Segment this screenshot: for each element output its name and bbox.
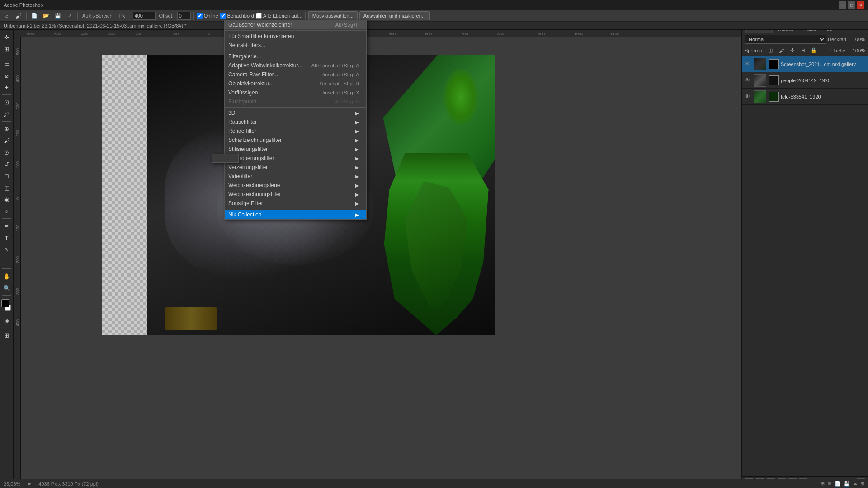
lasso-tool[interactable]: ⌀: [1, 70, 12, 81]
filter-verzerrung-item[interactable]: Verzerrungsfilter ▶: [225, 163, 366, 172]
lock-all-btn[interactable]: 🔒: [810, 47, 818, 55]
filter-gallery-item[interactable]: Filtergalerie...: [225, 52, 366, 61]
close-button[interactable]: ✕: [857, 1, 864, 9]
filter-nikcollection-item[interactable]: Nik Collection ▶: [225, 210, 366, 219]
motiv-button[interactable]: Motiv auswählen...: [308, 11, 358, 20]
filter-gausscher-item[interactable]: Gaußscher Weichzeichner Alt+Strg+F: [225, 20, 366, 29]
layer-item[interactable]: 👁 people-2604149_1920: [742, 72, 868, 89]
status-grid-icon[interactable]: ⊞: [860, 481, 864, 487]
brush-tool[interactable]: 🖌: [1, 135, 12, 146]
filter-verzerrung-arrow: ▶: [355, 165, 359, 170]
filter-3d-item[interactable]: 3D ▶: [225, 108, 366, 117]
minimize-button[interactable]: ─: [839, 1, 846, 9]
export-button[interactable]: ↗: [65, 11, 75, 21]
status-doc-icon[interactable]: 📄: [835, 481, 841, 487]
magic-wand-tool[interactable]: ✦: [1, 82, 12, 93]
healing-tool[interactable]: ⊕: [1, 123, 12, 134]
status-info-icon[interactable]: ⊞: [821, 481, 825, 487]
marquee-tool[interactable]: ▭: [1, 58, 12, 69]
blur-tool[interactable]: ◉: [1, 194, 12, 205]
alle-ebenen-checkbox[interactable]: [256, 13, 262, 19]
svg-text:900: 900: [538, 32, 545, 36]
filter-3d-label: 3D: [228, 110, 235, 116]
svg-text:800: 800: [497, 32, 504, 36]
canvas-container[interactable]: [21, 37, 741, 479]
filter-verfluessigen-item[interactable]: Verflüssigen... Umschalt+Strg+X: [225, 88, 366, 97]
layer-visibility-2[interactable]: 👁: [745, 77, 752, 84]
layer-thumbnail-2: [754, 74, 766, 87]
lock-transparent-btn[interactable]: ◫: [766, 47, 774, 55]
svg-text:100: 100: [15, 225, 20, 231]
status-cloud-icon[interactable]: ☁: [853, 481, 858, 487]
filter-weichzeichnungsfilter-item[interactable]: Weichzeichnungsfilter ▶: [225, 190, 366, 199]
hand-tool[interactable]: ✋: [1, 271, 12, 282]
filter-weichzeichnergalerie-item[interactable]: Weichzeichnergalerie ▶: [225, 181, 366, 190]
canvas-area: 600 500 400 300 200 100 0 100 200 300 40…: [14, 30, 741, 479]
filter-nikcollection-label: Nik Collection: [228, 211, 261, 218]
move-tool[interactable]: ✛: [1, 32, 12, 42]
filter-render-item[interactable]: Renderfilter ▶: [225, 127, 366, 136]
text-tool[interactable]: T: [1, 232, 12, 243]
shape-tool[interactable]: ▭: [1, 256, 12, 267]
filter-scharf-arrow: ▶: [355, 138, 359, 143]
filter-video-item[interactable]: Videofilter ▶: [225, 172, 366, 181]
gradient-tool[interactable]: ◫: [1, 182, 12, 193]
filter-vergroe-item[interactable]: Vergröberungsfilter ▶: [225, 154, 366, 163]
open-button[interactable]: 📂: [41, 11, 51, 21]
blend-opacity-row: Normal Deckraft: 100%: [742, 33, 868, 45]
save-button[interactable]: 💾: [53, 11, 63, 21]
filter-adaptive-item[interactable]: Adaptive Weitwinkelkorrektur... Alt+Umsc…: [225, 61, 366, 70]
filter-sonstige-item[interactable]: Sonstige Filter ▶: [225, 199, 366, 208]
filter-objektivkorrektur-item[interactable]: Objektivkorrektur... Umschalt+Strg+R: [225, 79, 366, 88]
clone-tool[interactable]: ⊙: [1, 147, 12, 158]
benachbord-checkbox[interactable]: [220, 13, 226, 19]
pen-tool[interactable]: ✒: [1, 221, 12, 231]
path-select-tool[interactable]: ↖: [1, 244, 12, 255]
svg-text:400: 400: [15, 319, 20, 326]
layer-visibility-1[interactable]: 👁: [745, 61, 752, 67]
auswahl-button[interactable]: Auswählen und maskieren...: [359, 11, 430, 20]
artboard-tool[interactable]: ⊞: [1, 43, 12, 54]
status-save-icon[interactable]: 💾: [844, 481, 850, 487]
filter-scharf-label: Scharfzeichnungsfilter: [228, 137, 282, 143]
layer-item[interactable]: 👁 feld-533541_1920: [742, 89, 868, 105]
filter-stilisierung-arrow: ▶: [355, 147, 359, 152]
layer-item[interactable]: 👁 Screenshot_2021...om.mxi.gallery: [742, 56, 868, 72]
blend-mode-select[interactable]: Normal: [745, 35, 826, 44]
filter-gallery-label: Filtergalerie...: [228, 53, 261, 60]
filter-stilisierung-item[interactable]: Stilisierungsfilter ▶: [225, 145, 366, 154]
filter-cameraraw-item[interactable]: Camera Raw-Filter... Umschalt+Strg+A: [225, 70, 366, 79]
lock-image-btn[interactable]: 🖌: [777, 47, 785, 55]
status-arrange-icon[interactable]: ⚙: [827, 481, 832, 487]
eyedropper-tool[interactable]: 🖉: [1, 108, 12, 119]
filter-fluchtpunkt-label: Fluchtpunkt...: [228, 99, 261, 105]
eraser-tool[interactable]: ◻: [1, 170, 12, 181]
offset-input[interactable]: [177, 12, 191, 20]
lock-artboard-btn[interactable]: ⊞: [799, 47, 807, 55]
svg-text:500: 500: [389, 32, 396, 36]
filter-rausch-arrow: ▶: [355, 120, 359, 125]
filter-neural-item[interactable]: Neural-Filters...: [225, 41, 366, 50]
new-doc-button[interactable]: 📄: [29, 11, 39, 21]
svg-text:400: 400: [81, 32, 88, 36]
filter-rausch-item[interactable]: Rauschfilter ▶: [225, 117, 366, 127]
filter-fluchtpunkt-item[interactable]: Fluchtpunkt... Alt+Strg+V: [225, 97, 366, 106]
foreground-color[interactable]: [1, 299, 9, 307]
history-brush-tool[interactable]: ↺: [1, 159, 12, 169]
maximize-button[interactable]: □: [848, 1, 855, 9]
brush-tool-button[interactable]: 🖌: [14, 11, 24, 21]
online-checkbox[interactable]: [197, 13, 203, 19]
home-button[interactable]: ⌂: [2, 11, 12, 21]
lock-position-btn[interactable]: ✛: [788, 47, 796, 55]
filter-smartfilter-item[interactable]: Für Smartfilter konvertieren: [225, 32, 366, 41]
crop-tool[interactable]: ⊡: [1, 97, 12, 108]
screen-mode[interactable]: ⊞: [1, 330, 12, 341]
quick-mask-mode[interactable]: ◈: [1, 315, 12, 326]
file-info-text: Unbenannt-1 bei 23,1% (Screenshot_2021-0…: [4, 23, 187, 28]
size-input[interactable]: [133, 12, 156, 20]
dodge-tool[interactable]: ○: [1, 206, 12, 216]
svg-text:500: 500: [54, 32, 61, 36]
filter-scharf-item[interactable]: Scharfzeichnungsfilter ▶: [225, 136, 366, 145]
layer-visibility-3[interactable]: 👁: [745, 93, 752, 100]
zoom-tool[interactable]: 🔍: [1, 282, 12, 293]
